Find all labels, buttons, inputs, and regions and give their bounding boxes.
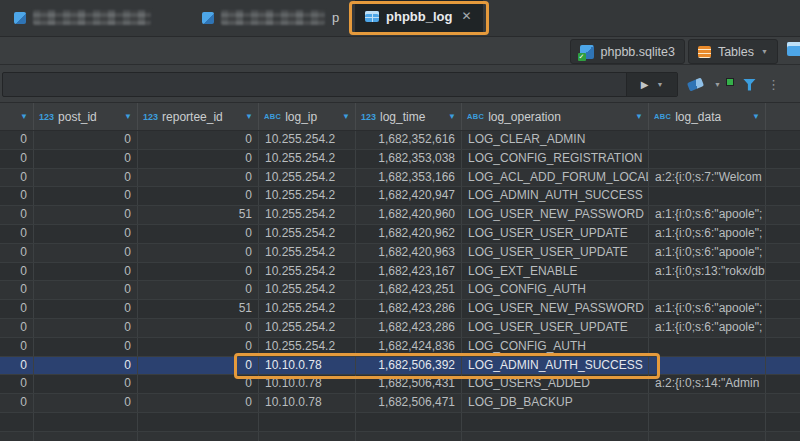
cell[interactable]: 10.255.254.2 (258, 263, 355, 281)
cell[interactable] (765, 187, 800, 205)
cell[interactable]: LOG_CONFIG_REGISTRATION (461, 150, 648, 168)
cell[interactable]: LOG_ADMIN_AUTH_SUCCESS (461, 357, 648, 375)
column-filter-chevron-icon[interactable]: ▼ (752, 112, 760, 121)
cell[interactable] (765, 338, 800, 356)
tab-redacted-2[interactable]: p (192, 0, 349, 35)
table-row[interactable]: 00010.255.254.21,682,423,251LOG_CONFIG_A… (0, 281, 800, 300)
cell[interactable]: a:1:{i:0;s:6:"apoole"; (648, 319, 765, 337)
table-row[interactable]: 00010.255.254.21,682,423,286LOG_USER_USE… (0, 319, 800, 338)
cell[interactable] (461, 413, 648, 431)
cell[interactable] (648, 413, 765, 431)
cell[interactable]: 0 (33, 357, 137, 375)
column-header-log_operation[interactable]: ABClog_operation▼ (461, 103, 648, 130)
cell[interactable] (461, 432, 648, 441)
column-header-cutoff[interactable]: ▼ (0, 103, 33, 130)
cell[interactable]: 1,682,506,431 (355, 375, 461, 393)
cell[interactable] (0, 432, 33, 441)
cell[interactable] (137, 413, 258, 431)
cell[interactable]: 1,682,353,038 (355, 150, 461, 168)
cell[interactable]: 0 (33, 394, 137, 412)
cell[interactable]: 0 (0, 281, 33, 299)
cell[interactable]: 0 (0, 225, 33, 243)
cell[interactable]: 10.255.254.2 (258, 244, 355, 262)
cell[interactable]: LOG_ACL_ADD_FORUM_LOCAL_ (461, 169, 648, 187)
cell[interactable]: 0 (137, 187, 258, 205)
cell[interactable]: 1,682,506,392 (355, 357, 461, 375)
cell[interactable]: LOG_CLEAR_ADMIN (461, 131, 648, 149)
cell[interactable]: 0 (0, 394, 33, 412)
cell[interactable]: 1,682,424,836 (355, 338, 461, 356)
close-icon[interactable]: ✕ (461, 9, 471, 23)
cell[interactable]: 0 (33, 187, 137, 205)
cell[interactable] (355, 432, 461, 441)
cell[interactable]: 10.255.254.2 (258, 187, 355, 205)
cell[interactable]: 10.255.254.2 (258, 169, 355, 187)
cell[interactable]: 1,682,420,960 (355, 206, 461, 224)
cell[interactable] (765, 432, 800, 441)
cell[interactable]: 1,682,423,286 (355, 319, 461, 337)
table-row[interactable]: 00010.10.0.781,682,506,392LOG_ADMIN_AUTH… (0, 357, 800, 376)
cell[interactable]: 0 (137, 225, 258, 243)
table-row[interactable]: 00010.255.254.21,682,423,167LOG_EXT_ENAB… (0, 263, 800, 282)
cell[interactable]: LOG_ADMIN_AUTH_SUCCESS (461, 187, 648, 205)
cell[interactable]: LOG_EXT_ENABLE (461, 263, 648, 281)
cell[interactable]: 0 (0, 338, 33, 356)
table-row[interactable]: 005110.255.254.21,682,420,960LOG_USER_NE… (0, 206, 800, 225)
cell[interactable] (765, 206, 800, 224)
table-row[interactable]: 00010.10.0.781,682,506,471LOG_DB_BACKUP (0, 394, 800, 413)
cell[interactable]: 0 (137, 394, 258, 412)
cell[interactable] (33, 432, 137, 441)
cell[interactable]: 0 (137, 319, 258, 337)
cell[interactable]: 10.255.254.2 (258, 319, 355, 337)
cell[interactable]: 1,682,353,166 (355, 169, 461, 187)
cell[interactable]: 0 (0, 150, 33, 168)
cell[interactable]: LOG_DB_BACKUP (461, 394, 648, 412)
cell[interactable]: 0 (33, 244, 137, 262)
cell[interactable]: a:1:{i:0;s:6:"apoole"; (648, 244, 765, 262)
cell[interactable] (765, 319, 800, 337)
cell[interactable]: LOG_USER_USER_UPDATE (461, 244, 648, 262)
cell[interactable]: LOG_USER_NEW_PASSWORD (461, 206, 648, 224)
cell[interactable] (648, 357, 765, 375)
cell[interactable] (765, 300, 800, 318)
kebab-menu-icon[interactable]: ⋮ (767, 78, 780, 91)
cell[interactable]: 0 (0, 244, 33, 262)
cell[interactable]: 10.255.254.2 (258, 206, 355, 224)
column-filter-chevron-icon[interactable]: ▼ (245, 112, 253, 121)
cell[interactable] (648, 281, 765, 299)
cell[interactable]: 0 (137, 244, 258, 262)
cell[interactable]: 10.255.254.2 (258, 338, 355, 356)
cell[interactable] (648, 432, 765, 441)
cell[interactable] (648, 187, 765, 205)
cell[interactable]: 0 (0, 300, 33, 318)
table-row[interactable]: 00010.255.254.21,682,420,963LOG_USER_USE… (0, 244, 800, 263)
table-row[interactable]: 00010.255.254.21,682,353,166LOG_ACL_ADD_… (0, 169, 800, 188)
table-row-empty[interactable] (0, 413, 800, 432)
cell[interactable]: a:1:{i:0;s:13:"rokx/db (648, 263, 765, 281)
table-row-empty[interactable] (0, 432, 800, 441)
cell[interactable]: 51 (137, 300, 258, 318)
cell[interactable]: 1,682,420,947 (355, 187, 461, 205)
cell[interactable]: LOG_USER_USER_UPDATE (461, 225, 648, 243)
cell[interactable]: 0 (33, 281, 137, 299)
cell[interactable]: 0 (33, 338, 137, 356)
cell[interactable]: 0 (137, 131, 258, 149)
cell[interactable]: 10.10.0.78 (258, 394, 355, 412)
cell[interactable]: LOG_USERS_ADDED (461, 375, 648, 393)
column-filter-chevron-icon[interactable]: ▼ (342, 112, 350, 121)
cell[interactable]: 0 (0, 263, 33, 281)
cell[interactable] (648, 150, 765, 168)
cell[interactable]: 0 (0, 131, 33, 149)
cell[interactable]: a:1:{i:0;s:6:"apoole"; (648, 300, 765, 318)
cell[interactable]: 0 (33, 300, 137, 318)
cell[interactable]: 0 (137, 169, 258, 187)
cell[interactable] (33, 413, 137, 431)
cell[interactable]: 10.10.0.78 (258, 357, 355, 375)
cell[interactable] (765, 394, 800, 412)
table-row[interactable]: 00010.255.254.21,682,420,962LOG_USER_USE… (0, 225, 800, 244)
execute-filter-icon[interactable]: ▶ (641, 79, 649, 90)
cell[interactable]: LOG_CONFIG_AUTH (461, 338, 648, 356)
cell[interactable] (765, 263, 800, 281)
cell[interactable]: 10.10.0.78 (258, 375, 355, 393)
cell[interactable]: a:1:{i:0;s:6:"apoole"; (648, 225, 765, 243)
